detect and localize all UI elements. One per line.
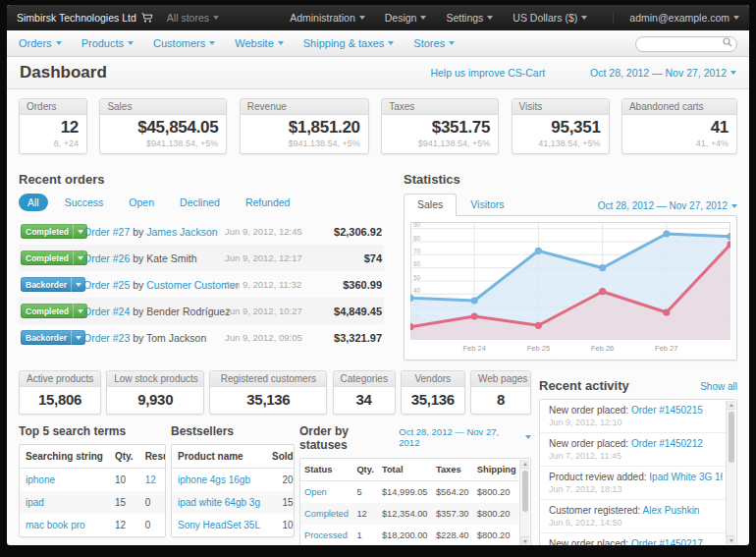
order-status-badge[interactable]: Completed	[21, 251, 87, 265]
order-row: Completed Order #24 by Bender Rodríguez …	[19, 298, 384, 324]
recent-orders-title: Recent orders	[19, 172, 384, 187]
order-status-badge[interactable]: Completed	[21, 224, 87, 239]
topbar-menu-settings[interactable]: Settings	[446, 12, 493, 24]
order-link[interactable]: Order #27	[83, 226, 130, 238]
status-link[interactable]: Processed	[300, 525, 352, 545]
search-terms-section: Top 5 search terms Searching string Qty.…	[19, 417, 166, 545]
product-link[interactable]: Sony HeadSet 35L	[172, 514, 266, 536]
nav-stores[interactable]: Stores	[413, 37, 455, 49]
order-status-badge[interactable]: Backorder	[21, 330, 85, 345]
activity-link[interactable]: Order #1450212	[631, 438, 703, 449]
shipping-cell: $800.20	[473, 481, 520, 504]
order-link[interactable]: Order #24	[83, 306, 130, 317]
topbar-menu-design[interactable]: Design	[385, 12, 427, 24]
order-link[interactable]: Order #25	[83, 279, 130, 291]
help-link[interactable]: Help us improve CS-Cart	[430, 67, 545, 79]
status-link[interactable]: Completed	[300, 503, 352, 525]
nav-orders[interactable]: Orders	[19, 37, 62, 49]
order-link[interactable]: Order #26	[83, 252, 130, 264]
order-status-badge[interactable]: Backorder	[21, 277, 85, 292]
customer-link[interactable]: James Jackson	[146, 226, 217, 238]
activity-link[interactable]: Order #1450215	[631, 405, 703, 416]
filter-declined[interactable]: Declined	[171, 194, 229, 211]
topbar-menu-administration[interactable]: Administration	[290, 12, 365, 24]
scroll-up-arrow[interactable]	[727, 401, 735, 410]
product-link[interactable]: iphone 4gs 16gb	[172, 469, 266, 492]
product-link[interactable]: ipad white 64gb 3g	[172, 491, 266, 514]
activity-date: Jun 6, 2012, 14:50	[549, 518, 723, 528]
cart-icon[interactable]	[141, 13, 153, 24]
stat-card-sales: Sales $45,854.05$941,138.54, +5%	[99, 98, 227, 154]
stat-card-label: Revenue	[241, 99, 368, 115]
order-status-badge[interactable]: Completed	[21, 304, 87, 318]
order-link[interactable]: Order #23	[83, 332, 130, 344]
scroll-down-arrow[interactable]	[727, 535, 735, 544]
table-row: Completed 12 $12,354.00 $357.30 $800.20	[300, 503, 520, 525]
order-statuses-date-range[interactable]: Oct 28, 2012 — Nov 27, 2012	[399, 426, 531, 448]
stat-card-label: Visits	[513, 99, 609, 115]
results-cell[interactable]: 12	[139, 469, 166, 492]
nav-products[interactable]: Products	[81, 37, 134, 49]
qty-cell: 12	[352, 503, 378, 525]
counter-vendors: Vendors35,136	[401, 370, 465, 415]
bestsellers-title: Bestsellers	[171, 424, 234, 438]
nav-website[interactable]: Website	[235, 37, 284, 49]
scrollbar[interactable]	[726, 401, 735, 544]
store-selector[interactable]: All stores	[167, 12, 219, 24]
activity-link[interactable]: Ipad White 3G 16gb	[649, 472, 723, 482]
scrollbar-thumb[interactable]	[522, 471, 528, 512]
search-icon	[723, 37, 732, 47]
nav-customers[interactable]: Customers	[153, 37, 215, 49]
chevron-down-icon	[731, 204, 737, 208]
chevron-down-icon	[128, 41, 134, 45]
topbar: Simbirsk Technologies Ltd All stores Adm…	[7, 5, 749, 30]
customer-link: Kate Smith	[146, 252, 196, 264]
activity-link[interactable]: Order #1450217	[631, 538, 703, 545]
qty-cell: 15	[109, 491, 139, 514]
statistics-date-range[interactable]: Oct 28, 2012 — Nov 27, 2012	[598, 200, 737, 211]
stat-card-orders: Orders 128, +24	[19, 98, 87, 154]
activity-link[interactable]: Alex Pushkin	[643, 505, 700, 516]
order-total: $3,321.97	[311, 332, 382, 344]
scrollbar-thumb[interactable]	[729, 412, 734, 463]
stat-card-value: 95,351	[520, 118, 601, 138]
chevron-down-icon	[525, 435, 531, 439]
svg-text:70: 70	[413, 248, 421, 254]
nav-shipping-taxes[interactable]: Shipping & taxes	[303, 37, 395, 49]
stat-card-value: 12	[27, 118, 79, 138]
column-header: Product name	[172, 445, 266, 469]
qty-cell: 1	[352, 525, 378, 545]
filter-open[interactable]: Open	[120, 194, 163, 211]
table-row: ipad white 64gb 3g 15	[172, 491, 295, 514]
chevron-down-icon	[730, 71, 736, 75]
activity-date: Jun 7, 2012, 11:45	[549, 451, 723, 461]
scroll-up-arrow[interactable]	[520, 460, 529, 469]
account-menu[interactable]: admin@example.com	[613, 12, 739, 24]
filter-success[interactable]: Success	[56, 194, 113, 211]
scrollbar[interactable]	[519, 460, 529, 545]
activity-date: Jun 9, 2012, 12:10	[549, 418, 723, 427]
activity-item: Customer registered: Alex Pushkin Jun 6,…	[540, 500, 736, 533]
stat-card-value: 41	[630, 118, 729, 138]
counter-categories: Categories34	[333, 370, 396, 415]
chevron-down-icon	[359, 16, 365, 20]
sold-cell: 10	[266, 514, 295, 536]
search-term-link[interactable]: iphone	[20, 469, 109, 492]
tab-sales[interactable]: Sales	[404, 194, 457, 216]
stat-card-taxes: Taxes $351.75$941,138.54, +5%	[381, 98, 499, 154]
currency-selector[interactable]: US Dollars ($)	[513, 12, 587, 24]
filter-refunded[interactable]: Refunded	[237, 194, 299, 211]
tab-visitors[interactable]: Visitors	[457, 194, 517, 215]
status-link[interactable]: Open	[300, 481, 352, 504]
search-term-link[interactable]: ipad	[20, 491, 109, 514]
scroll-down-arrow[interactable]	[520, 536, 529, 545]
search-term-link[interactable]: mac book pro	[20, 514, 109, 536]
stat-card-value: $45,854.05	[108, 118, 218, 138]
order-statuses-section: Order by statuses Oct 28, 2012 — Nov 27,…	[299, 417, 531, 545]
filter-all[interactable]: All	[19, 194, 48, 211]
chevron-down-icon	[733, 16, 739, 20]
stat-card-label: Orders	[20, 99, 86, 115]
order-date: Jun 9, 2012, 10:27	[225, 306, 311, 316]
global-date-range[interactable]: Oct 28, 2012 — Nov 27, 2012	[590, 67, 736, 79]
show-all-link[interactable]: Show all	[700, 381, 737, 392]
